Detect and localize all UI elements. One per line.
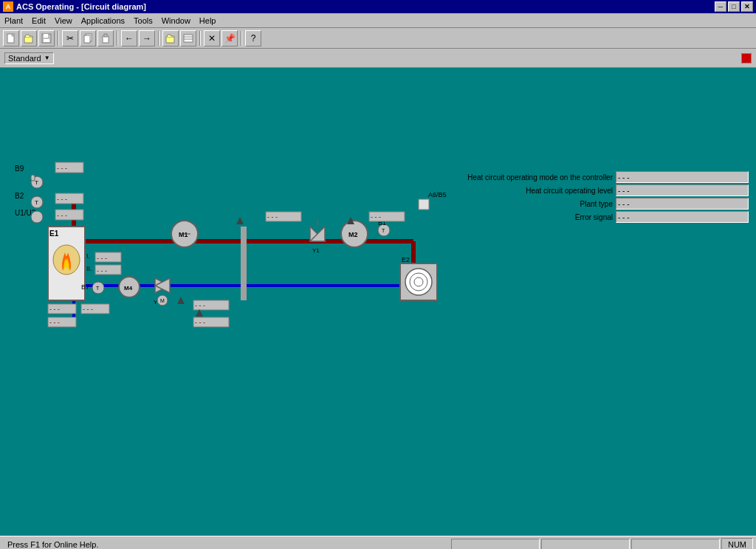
separator-1: [58, 31, 59, 46]
svg-text:- - -: - - -: [195, 319, 205, 326]
svg-text:T: T: [35, 199, 38, 206]
open-button[interactable]: [21, 30, 37, 46]
info-panel: Heat circuit operating mode on the contr…: [450, 171, 749, 223]
info-label-2: Plant type: [450, 200, 613, 208]
copy-button[interactable]: [80, 30, 96, 46]
forward-button[interactable]: →: [139, 30, 155, 46]
separator-4: [199, 31, 201, 46]
svg-rect-9: [104, 34, 107, 37]
info-value-2: - - -: [616, 198, 749, 210]
info-label-3: Error signal: [450, 213, 613, 221]
info-value-0: - - -: [616, 171, 749, 183]
e2-label: E2: [402, 256, 410, 263]
svg-rect-10: [166, 37, 174, 43]
svg-rect-25: [31, 175, 35, 181]
menu-plant[interactable]: Plant: [0, 13, 27, 27]
title-bar: A ACS Operating - [Circuit diagram] ─ □ …: [0, 0, 756, 13]
menu-view[interactable]: View: [50, 13, 77, 27]
svg-text:- - -: - - -: [97, 255, 107, 262]
svg-text:T: T: [382, 228, 385, 233]
info-row-3: Error signal - - -: [450, 211, 749, 223]
window-title: ACS Operating - [Circuit diagram]: [16, 2, 146, 11]
info-value-1: - - -: [616, 184, 749, 196]
red-indicator: [741, 53, 752, 63]
minimize-button[interactable]: ─: [715, 1, 726, 12]
svg-text:- - -: - - -: [371, 213, 381, 221]
b2-label: B2: [15, 192, 24, 200]
info-row-1: Heat circuit operating level - - -: [450, 184, 749, 196]
separator-5: [241, 31, 242, 46]
help-button[interactable]: ?: [245, 30, 261, 46]
num-indicator: NUM: [721, 538, 753, 550]
b7-label: B7: [81, 283, 89, 291]
delete-button[interactable]: ✕: [204, 30, 220, 46]
m2-label: M2: [348, 231, 358, 238]
svg-point-58: [405, 269, 432, 295]
svg-text:T: T: [35, 179, 38, 186]
status-panel-2: [541, 539, 630, 550]
save-button[interactable]: [38, 30, 55, 46]
svg-text:- - -: - - -: [97, 267, 107, 274]
svg-text:T: T: [96, 286, 100, 291]
info-row-2: Plant type - - -: [450, 198, 749, 210]
menu-edit[interactable]: Edit: [27, 13, 50, 27]
svg-rect-7: [84, 35, 90, 43]
standard-bar: Standard ▼: [0, 49, 756, 68]
svg-rect-11: [184, 35, 193, 42]
svg-rect-4: [44, 34, 48, 38]
status-panel-3: [631, 539, 720, 550]
separator-3: [158, 31, 159, 46]
i-label: I.: [86, 252, 90, 260]
info-label-1: Heat circuit operating level: [450, 187, 613, 195]
m4-label: M4: [124, 285, 133, 291]
svg-text:M: M: [160, 298, 165, 303]
pin-button[interactable]: 📌: [221, 30, 238, 46]
cut-button[interactable]: ✂: [62, 30, 78, 46]
title-bar-left: A ACS Operating - [Circuit diagram]: [3, 1, 146, 12]
menu-tools[interactable]: Tools: [129, 13, 157, 27]
list-button[interactable]: [180, 30, 196, 46]
svg-point-30: [31, 211, 43, 223]
status-bar: Press F1 for Online Help. NUM: [0, 536, 756, 549]
b9-value: - - -: [57, 165, 67, 172]
canvas-area: Heat circuit operating mode on the contr…: [0, 68, 756, 536]
svg-text:- - -: - - -: [49, 305, 60, 313]
standard-dropdown[interactable]: Standard ▼: [4, 52, 54, 64]
b9-label: B9: [15, 165, 24, 173]
circuit-svg: B9 - - - T B2 T - - - U1/U2 - - - E1 I. …: [15, 156, 458, 415]
dropdown-arrow-icon: ▼: [44, 55, 50, 61]
toolbar: ✂ ← → ✕ 📌 ?: [0, 28, 756, 49]
svg-marker-64: [236, 217, 244, 224]
folder-button[interactable]: [162, 30, 179, 46]
back-button[interactable]: ←: [121, 30, 137, 46]
new-button[interactable]: [3, 30, 19, 46]
e1-label: E1: [49, 229, 59, 238]
menu-applications[interactable]: Applications: [77, 13, 129, 27]
title-bar-right: ─ □ ✕: [715, 1, 753, 12]
paste-button[interactable]: [97, 30, 114, 46]
svg-rect-2: [24, 37, 32, 43]
m1-label: M1: [179, 231, 188, 238]
svg-text:- - -: - - -: [49, 319, 60, 326]
svg-text:- - -: - - -: [83, 305, 93, 313]
menu-bar: Plant Edit View Applications Tools Windo…: [0, 13, 756, 28]
svg-rect-5: [44, 39, 49, 42]
close-button[interactable]: ✕: [741, 1, 753, 12]
a6b5-label: A6/B5: [428, 191, 447, 198]
maximize-button[interactable]: □: [728, 1, 740, 12]
svg-text:- - -: - - -: [57, 196, 67, 203]
menu-help[interactable]: Help: [195, 13, 221, 27]
svg-text:- - -: - - -: [267, 213, 278, 221]
y1-label: Y1: [312, 247, 320, 254]
info-row-0: Heat circuit operating mode on the contr…: [450, 171, 749, 183]
status-panel-1: [451, 539, 540, 550]
app-icon: A: [3, 1, 13, 12]
separator-2: [117, 31, 118, 46]
svg-marker-66: [177, 297, 185, 304]
info-value-3: - - -: [616, 211, 749, 223]
ii-label: II.: [86, 265, 92, 272]
menu-window[interactable]: Window: [157, 13, 195, 27]
standard-label: Standard: [8, 54, 41, 63]
info-label-0: Heat circuit operating mode on the contr…: [450, 173, 613, 182]
svg-text:- - -: - - -: [57, 212, 67, 219]
